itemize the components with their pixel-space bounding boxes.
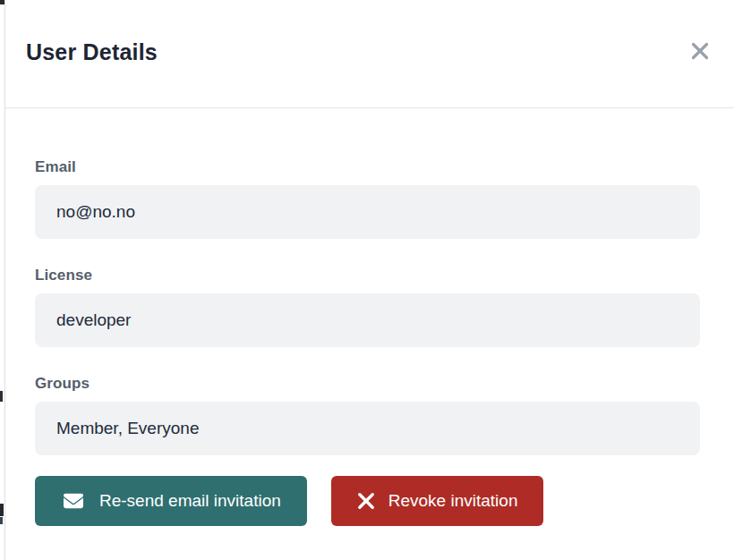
email-field: no@no.no xyxy=(35,185,700,239)
groups-field-group: Groups Member, Everyone xyxy=(35,375,700,455)
license-field: developer xyxy=(35,293,700,347)
actions-row: Re-send email invitation Revoke invitati… xyxy=(35,476,700,526)
panel-title: User Details xyxy=(26,39,158,65)
email-label: Email xyxy=(35,158,700,176)
close-icon xyxy=(690,41,710,61)
email-field-group: Email no@no.no xyxy=(35,158,700,239)
resend-button-label: Re-send email invitation xyxy=(99,491,281,511)
resend-invitation-button[interactable]: Re-send email invitation xyxy=(35,476,307,526)
license-label: License xyxy=(35,267,700,284)
panel-body: Email no@no.no License developer Groups … xyxy=(5,158,734,526)
groups-field: Member, Everyone xyxy=(35,402,700,455)
background-page-fragment xyxy=(0,391,3,402)
user-details-panel: User Details Email no@no.no License deve… xyxy=(4,0,734,560)
background-page-fragment xyxy=(0,517,3,524)
groups-label: Groups xyxy=(35,375,700,393)
envelope-icon xyxy=(61,491,86,511)
screen: User Details Email no@no.no License deve… xyxy=(0,0,734,560)
revoke-button-label: Revoke invitation xyxy=(388,491,518,511)
revoke-invitation-button[interactable]: Revoke invitation xyxy=(331,476,544,526)
license-field-group: License developer xyxy=(35,267,700,347)
x-icon xyxy=(357,492,375,510)
close-button[interactable] xyxy=(688,39,712,63)
background-page-fragment xyxy=(0,504,4,516)
panel-header: User Details xyxy=(5,0,734,108)
